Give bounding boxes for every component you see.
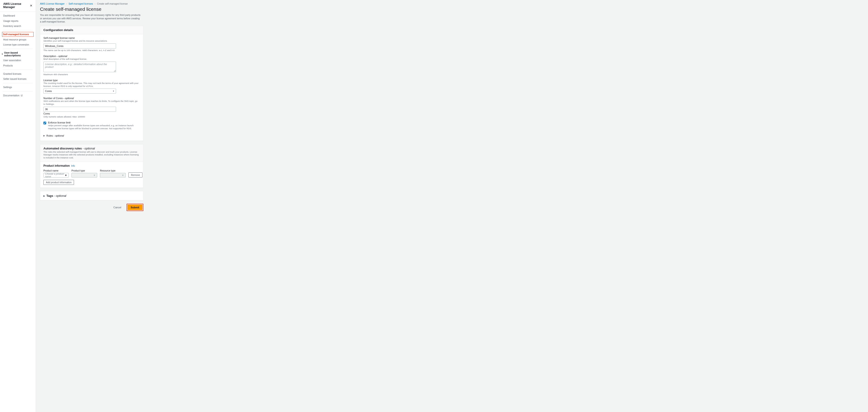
sidebar-item[interactable]: Usage reports xyxy=(3,19,33,24)
remove-button[interactable]: Remove xyxy=(128,172,143,177)
resource-type-label: Resource type xyxy=(100,169,126,172)
product-name-label: Product name xyxy=(43,169,69,172)
sidebar-section[interactable]: ▼User-based subscriptions xyxy=(1,50,33,58)
license-type-select[interactable]: Cores ▼ xyxy=(43,89,116,94)
sidebar-item[interactable]: Granted licenses xyxy=(3,71,33,77)
num-cores-help: Only numeric values allowed. Max: 100000 xyxy=(43,115,140,118)
sidebar-item[interactable]: Documentation xyxy=(3,93,33,98)
product-type-label: Product type xyxy=(71,169,97,172)
page-title: Create self-managed license xyxy=(40,6,864,12)
num-cores-unit: Cores xyxy=(43,112,140,115)
product-name-select[interactable]: Choose a product name ▼ xyxy=(43,173,69,177)
auto-discovery-panel: Automated discovery rules - optional The… xyxy=(40,144,143,188)
chevron-right-icon: › xyxy=(66,2,67,5)
breadcrumb-root[interactable]: AWS License Manager xyxy=(40,2,65,5)
caret-down-icon: ▼ xyxy=(113,90,115,92)
license-name-label: Self-managed license name xyxy=(43,36,140,39)
configuration-header: Configuration details xyxy=(43,28,140,32)
page-description: You are responsible for ensuring that yo… xyxy=(40,13,141,24)
submit-highlight: Submit xyxy=(127,204,143,211)
breadcrumb-current: Create self-managed license xyxy=(97,2,128,5)
license-name-input[interactable] xyxy=(43,43,116,49)
license-name-help: The name can be up to 100 characters. Va… xyxy=(43,49,140,52)
configuration-panel: Configuration details Self-managed licen… xyxy=(40,26,143,141)
auto-discovery-header: Automated discovery rules - optional xyxy=(43,147,140,150)
triangle-down-icon: ▼ xyxy=(1,53,3,55)
sidebar-item[interactable]: Host resource groups xyxy=(3,37,33,42)
description-label: Description - optional xyxy=(43,55,140,57)
sidebar-title: AWS License Manager xyxy=(3,2,30,9)
sidebar-item[interactable]: Inventory search xyxy=(3,24,33,29)
license-type-hint: The counting model used for the license.… xyxy=(43,82,140,88)
tags-panel: ▶ Tags - optional xyxy=(40,191,143,201)
auto-discovery-sub: The rules the selected self-managed lice… xyxy=(43,151,140,159)
sidebar-item[interactable]: Settings xyxy=(3,85,33,90)
triangle-right-icon: ▶ xyxy=(43,135,45,137)
caret-down-icon: ▼ xyxy=(93,174,96,177)
enforce-limit-help: Helps prevent usage after available lice… xyxy=(48,124,140,130)
breadcrumb-parent[interactable]: Self-managed licenses xyxy=(69,2,93,5)
enforce-limit-label: Enforce license limit xyxy=(48,121,140,124)
info-link[interactable]: Info xyxy=(71,165,75,167)
sidebar-item[interactable]: Seller issued licenses xyxy=(3,76,33,82)
sidebar-item[interactable]: License type conversion xyxy=(3,42,33,47)
description-input[interactable] xyxy=(43,62,116,72)
sidebar-item[interactable]: Self-managed licenses xyxy=(2,32,34,37)
external-link-icon xyxy=(21,94,23,96)
caret-down-icon: ▼ xyxy=(65,174,67,177)
product-type-select: ▼ xyxy=(71,173,97,177)
chevron-right-icon: › xyxy=(95,2,96,5)
sidebar: AWS License Manager ✕ DashboardUsage rep… xyxy=(0,0,36,412)
license-type-label: License type xyxy=(43,79,140,82)
caret-down-icon: ▼ xyxy=(122,174,124,177)
num-cores-input[interactable] xyxy=(43,107,116,112)
product-row: Product name Choose a product name ▼ Pro… xyxy=(43,169,140,177)
submit-button[interactable]: Submit xyxy=(127,205,143,210)
resource-type-select: ▼ xyxy=(100,173,126,177)
description-hint: Brief description of the self-managed li… xyxy=(43,58,140,61)
enforce-limit-checkbox[interactable] xyxy=(43,122,46,124)
description-help: Maximum 400 characters xyxy=(43,73,140,76)
license-name-hint: Identifies your self-managed license and… xyxy=(43,39,140,42)
breadcrumb: AWS License Manager › Self-managed licen… xyxy=(40,2,864,5)
sidebar-item[interactable]: Products xyxy=(3,63,33,68)
triangle-right-icon: ▶ xyxy=(43,195,45,197)
rules-disclosure[interactable]: ▶ Rules - optional xyxy=(43,134,140,138)
main-content: AWS License Manager › Self-managed licen… xyxy=(36,0,868,412)
num-cores-hint: SNS notifications are sent when the lice… xyxy=(43,100,140,106)
sidebar-item[interactable]: Dashboard xyxy=(3,13,33,19)
sidebar-item[interactable]: User association xyxy=(3,58,33,63)
add-product-button[interactable]: Add product information xyxy=(43,180,74,185)
cancel-button[interactable]: Cancel xyxy=(110,205,124,210)
close-icon[interactable]: ✕ xyxy=(30,4,32,7)
footer-actions: Cancel Submit xyxy=(40,204,143,211)
product-info-header: Product information xyxy=(43,164,70,167)
num-cores-label: Number of Cores - optional xyxy=(43,97,140,99)
tags-disclosure[interactable]: ▶ Tags - optional xyxy=(40,191,143,200)
